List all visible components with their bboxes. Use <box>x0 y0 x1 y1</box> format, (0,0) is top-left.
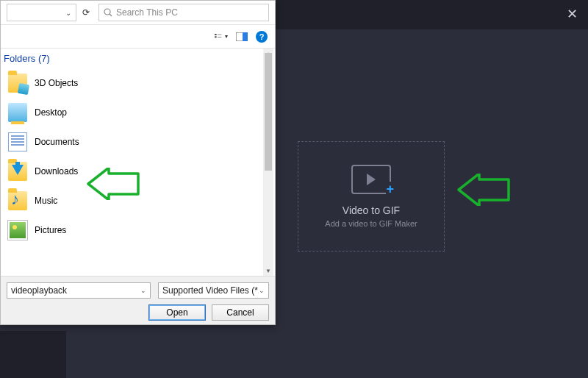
help-icon[interactable]: ? <box>256 31 268 43</box>
filetype-filter[interactable]: Supported Video Files (*.ts;*.mt ⌄ <box>158 282 269 299</box>
close-icon[interactable]: ✕ <box>567 6 578 22</box>
folder-3d-objects[interactable]: 3D Objects <box>1 68 275 98</box>
address-path[interactable]: ⌄ <box>7 4 76 21</box>
search-icon <box>104 8 112 17</box>
dropzone-title: Video to GIF <box>343 204 400 216</box>
scrollbar-thumb[interactable] <box>265 53 272 171</box>
folder-music[interactable]: Music <box>1 186 275 215</box>
folder-label: 3D Objects <box>35 78 78 88</box>
svg-rect-5 <box>218 37 221 38</box>
folders-section-title: Folders (7) <box>1 49 275 68</box>
dropzone-subtitle: Add a video to GIF Maker <box>325 219 417 228</box>
folder-documents[interactable]: Documents <box>1 127 275 157</box>
pictures-icon <box>8 221 27 240</box>
preview-pane-icon[interactable] <box>235 30 248 43</box>
refresh-icon[interactable]: ⟳ <box>76 7 96 18</box>
plus-icon: + <box>386 182 394 197</box>
dialog-footer: videoplayback ⌄ Supported Video Files (*… <box>1 276 275 324</box>
svg-point-0 <box>104 9 110 15</box>
search-placeholder: Search This PC <box>116 7 178 18</box>
open-button[interactable]: Open <box>148 304 206 321</box>
video-dropzone[interactable]: + Video to GIF Add a video to GIF Maker <box>298 141 445 252</box>
music-icon <box>8 191 27 210</box>
app-sidebar <box>0 331 66 378</box>
scroll-down-icon[interactable]: ▼ <box>263 265 273 276</box>
chevron-down-icon[interactable]: ⌄ <box>259 287 265 294</box>
chevron-down-icon[interactable]: ⌄ <box>140 287 146 294</box>
filename-value: videoplayback <box>11 285 67 296</box>
folder-label: Documents <box>35 137 79 147</box>
filename-input[interactable]: videoplayback ⌄ <box>7 282 151 299</box>
dialog-body: Folders (7) 3D Objects Desktop Documents… <box>1 49 275 276</box>
folder-label: Desktop <box>35 107 67 118</box>
address-bar: ⌄ ⟳ Search This PC <box>1 1 275 25</box>
desktop-icon <box>8 103 27 122</box>
folder-downloads[interactable]: Downloads <box>1 157 275 186</box>
file-open-dialog: ⌄ ⟳ Search This PC ▾ ? Folders (7) 3D Ob… <box>0 0 276 325</box>
folder-label: Downloads <box>35 166 78 176</box>
view-options-icon[interactable]: ▾ <box>215 30 228 43</box>
folder-icon <box>8 74 27 93</box>
svg-rect-2 <box>215 34 217 35</box>
chevron-down-icon[interactable]: ⌄ <box>65 9 71 17</box>
filter-value: Supported Video Files (*.ts;*.mt <box>162 285 259 296</box>
svg-line-1 <box>110 14 112 16</box>
cancel-button[interactable]: Cancel <box>212 304 269 321</box>
folder-pictures[interactable]: Pictures <box>1 215 275 245</box>
folder-label: Pictures <box>35 225 66 235</box>
svg-rect-4 <box>218 34 221 35</box>
scrollbar[interactable]: ▲ ▼ <box>263 49 273 276</box>
documents-icon <box>8 132 27 151</box>
search-input[interactable]: Search This PC <box>98 4 269 21</box>
svg-rect-3 <box>215 36 217 38</box>
folder-list: 3D Objects Desktop Documents Downloads M… <box>1 68 275 245</box>
svg-rect-7 <box>243 32 248 41</box>
dialog-toolbar: ▾ ? <box>1 25 275 49</box>
folder-label: Music <box>35 196 57 206</box>
folder-desktop[interactable]: Desktop <box>1 98 275 127</box>
video-icon: + <box>351 165 391 194</box>
downloads-icon <box>8 162 27 181</box>
